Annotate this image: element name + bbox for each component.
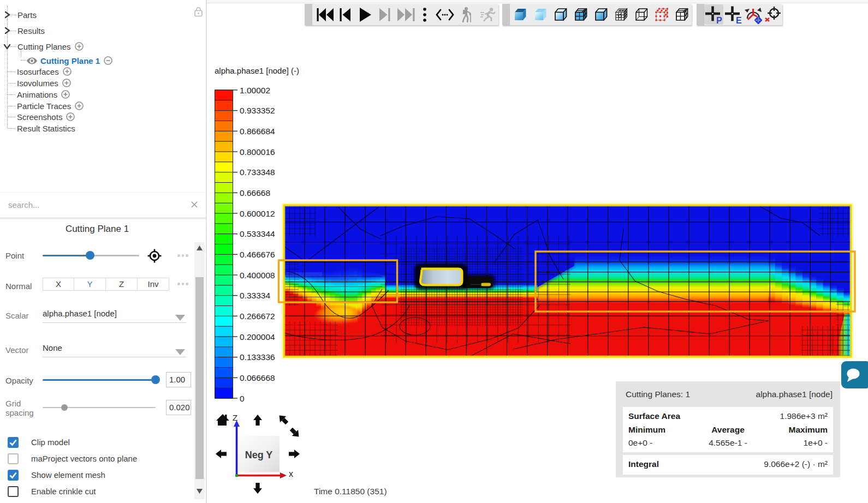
svg-text:0.800016: 0.800016	[240, 147, 275, 157]
svg-text:0: 0	[240, 394, 245, 403]
svg-text:0.933352: 0.933352	[240, 106, 275, 115]
svg-text:0.733348: 0.733348	[240, 167, 275, 177]
svg-text:0.266672: 0.266672	[240, 312, 275, 321]
svg-text:E: E	[736, 16, 742, 25]
svg-text:P: P	[716, 16, 722, 25]
svg-text:0.133336: 0.133336	[240, 352, 275, 362]
svg-text:0.400008: 0.400008	[240, 271, 275, 280]
svg-text:1.00002: 1.00002	[240, 86, 270, 95]
svg-text:0.600012: 0.600012	[240, 209, 275, 218]
svg-text:0.33334: 0.33334	[240, 291, 270, 300]
svg-text:0.066668: 0.066668	[240, 373, 275, 382]
svg-text:0.866684: 0.866684	[240, 127, 275, 136]
svg-text:0.66668: 0.66668	[240, 188, 270, 197]
svg-text:Neg Y: Neg Y	[245, 450, 273, 460]
svg-text:0.466676: 0.466676	[240, 250, 275, 259]
svg-text:Z: Z	[233, 413, 237, 422]
svg-text:x: x	[289, 469, 293, 478]
